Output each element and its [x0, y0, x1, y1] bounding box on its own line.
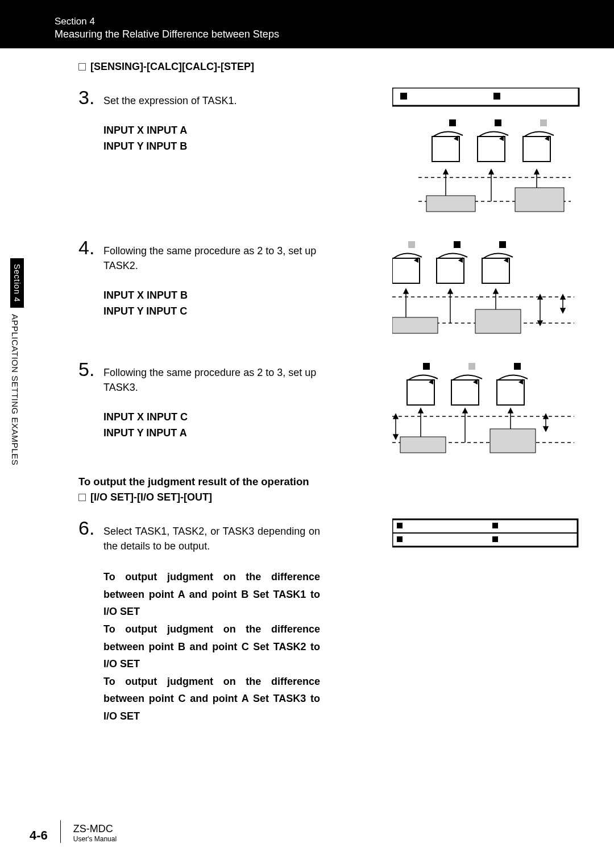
svg-rect-3: [449, 119, 456, 126]
step-5-figure: [392, 359, 580, 456]
output-line-1: To output judgment on the difference bet…: [103, 568, 320, 621]
svg-marker-61: [544, 414, 548, 419]
svg-marker-34: [493, 289, 498, 294]
footer-divider: [60, 820, 61, 843]
step-6-text: Select TASK1, TASK2, or TASK3 depending …: [103, 524, 320, 553]
sidebar-section-tab: Section 4: [10, 258, 24, 308]
step-3-figure: [392, 88, 580, 218]
svg-rect-22: [392, 258, 420, 283]
svg-rect-4: [495, 119, 501, 126]
step-4: 4. Following the same procedure as 2 to …: [78, 238, 580, 340]
step-3-bold-a: INPUT X INPUT A: [103, 123, 320, 139]
svg-marker-62: [544, 427, 548, 431]
svg-rect-23: [437, 258, 464, 283]
svg-rect-50: [490, 429, 536, 453]
footer-model: ZS-MDC: [73, 823, 117, 835]
menu-box-icon: [78, 494, 86, 501]
svg-rect-65: [397, 523, 403, 528]
step-6: 6. Select TASK1, TASK2, or TASK3 dependi…: [78, 518, 580, 725]
nav-path-1-text: [SENSING]-[CALC][CALC]-[STEP]: [90, 61, 254, 73]
output-line-2: To output judgment on the difference bet…: [103, 621, 320, 673]
svg-rect-21: [499, 241, 506, 248]
svg-rect-68: [492, 536, 498, 542]
svg-rect-44: [407, 380, 434, 405]
svg-marker-40: [561, 308, 565, 313]
svg-rect-46: [497, 380, 524, 405]
svg-marker-30: [404, 289, 408, 294]
svg-marker-54: [463, 408, 467, 413]
svg-marker-36: [538, 295, 542, 299]
svg-rect-7: [478, 137, 505, 162]
svg-rect-19: [408, 241, 415, 248]
svg-rect-49: [400, 437, 446, 453]
page-header: Section 4 Measuring the Relative Differe…: [0, 0, 614, 48]
step-3-bold-b: INPUT Y INPUT B: [103, 139, 320, 155]
svg-marker-52: [418, 408, 423, 413]
page-footer: 4-6 ZS-MDC User's Manual: [30, 820, 117, 843]
step-4-text: Following the same procedure as 2 to 3, …: [103, 243, 320, 273]
svg-marker-59: [393, 435, 398, 439]
svg-marker-32: [448, 289, 453, 294]
svg-rect-12: [515, 188, 564, 212]
diagram-5-icon: [392, 359, 580, 456]
svg-rect-0: [392, 88, 579, 106]
svg-marker-37: [538, 321, 542, 325]
svg-rect-20: [454, 241, 460, 248]
header-section-label: Section 4: [55, 16, 614, 27]
header-title: Measuring the Relative Difference betwee…: [55, 28, 614, 40]
svg-rect-6: [432, 137, 459, 162]
page-number: 4-6: [30, 828, 48, 843]
svg-rect-45: [451, 380, 479, 405]
output-line-3: To output judgment on the difference bet…: [103, 673, 320, 725]
step-5-text: Following the same procedure as 2 to 3, …: [103, 365, 320, 395]
svg-marker-14: [443, 170, 448, 174]
nav-path-2-text: [I/O SET]-[I/O SET]-[OUT]: [90, 491, 212, 503]
svg-rect-5: [540, 119, 547, 126]
nav-path-row-1: [SENSING]-[CALC][CALC]-[STEP]: [78, 61, 580, 73]
output-subheading: To output the judgment result of the ope…: [78, 476, 580, 488]
step-4-number: 4.: [78, 238, 96, 320]
step-4-bold-a: INPUT X INPUT B: [103, 288, 320, 304]
output-block: To output the judgment result of the ope…: [78, 476, 580, 503]
diagram-6-icon: [392, 518, 580, 552]
menu-box-icon: [78, 63, 86, 71]
footer-manual: User's Manual: [73, 835, 117, 843]
svg-rect-8: [523, 137, 550, 162]
svg-marker-56: [508, 408, 513, 413]
svg-rect-41: [423, 363, 430, 370]
step-5: 5. Following the same procedure as 2 to …: [78, 359, 580, 456]
step-4-bold-b: INPUT Y INPUT C: [103, 304, 320, 320]
step-5-bold-b: INPUT Y INPUT A: [103, 425, 320, 441]
svg-rect-2: [493, 93, 500, 100]
svg-rect-67: [492, 523, 498, 528]
step-5-bold-a: INPUT X INPUT C: [103, 410, 320, 425]
svg-marker-18: [534, 170, 539, 174]
svg-rect-27: [392, 317, 438, 333]
step-5-number: 5.: [78, 359, 96, 441]
svg-rect-11: [426, 196, 475, 212]
diagram-4-icon: [392, 238, 580, 340]
svg-rect-24: [482, 258, 509, 283]
svg-marker-39: [561, 295, 565, 299]
nav-path-row-2: [I/O SET]-[I/O SET]-[OUT]: [78, 491, 580, 503]
svg-rect-28: [475, 309, 521, 333]
step-6-number: 6.: [78, 518, 96, 725]
step-4-figure: [392, 238, 580, 340]
svg-rect-42: [468, 363, 475, 370]
svg-rect-1: [400, 93, 407, 100]
svg-rect-66: [397, 536, 403, 542]
step-3-text: Set the expression of TASK1.: [103, 93, 320, 108]
sidebar-label: APPLICATION SETTING EXAMPLES: [10, 314, 20, 465]
step-3: 3. Set the expression of TASK1. INPUT X …: [78, 88, 580, 218]
step-6-figure: [392, 518, 580, 552]
svg-marker-58: [393, 414, 398, 419]
diagram-3-icon: [392, 88, 580, 218]
step-3-number: 3.: [78, 88, 96, 155]
svg-marker-16: [489, 170, 493, 174]
svg-rect-43: [514, 363, 521, 370]
